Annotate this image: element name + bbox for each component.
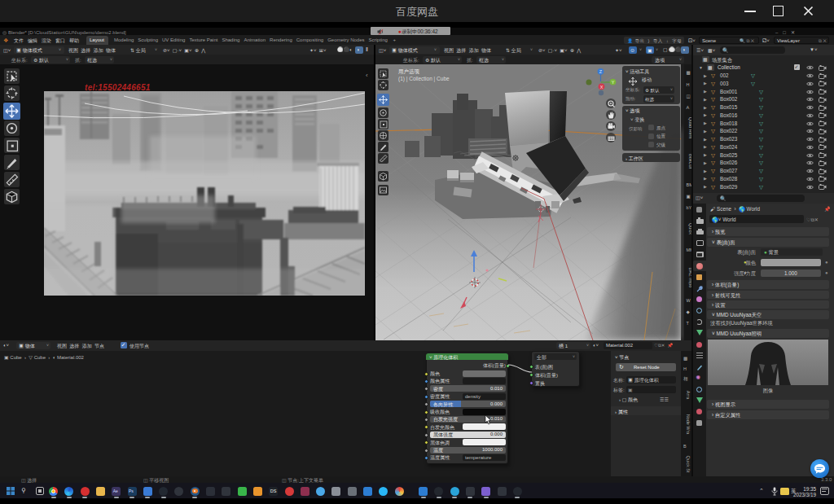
svg-text:Y: Y <box>612 80 615 85</box>
svg-text:X: X <box>600 85 604 90</box>
